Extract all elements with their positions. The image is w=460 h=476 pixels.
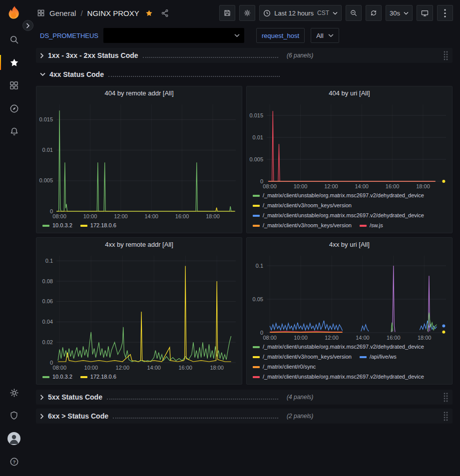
panel-title[interactable]: 4xx by remote addr [All] (36, 238, 242, 251)
legend-item[interactable]: /_matrix/client/v3/room_keys/version (253, 352, 352, 362)
toolbar: Last 12 hours CST 30s (219, 5, 453, 21)
panel-title[interactable]: 404 by remote addr [All] (36, 86, 242, 100)
time-range-picker[interactable]: Last 12 hours CST (259, 5, 342, 21)
legend-item[interactable]: /_matrix/client/unstable/org.matrix.msc2… (253, 211, 424, 220)
chart-canvas: 00.0050.010.01508:0010:0012:0014:0016:00… (247, 100, 452, 190)
breadcrumb-separator: / (80, 9, 82, 17)
legend-item[interactable]: /_matrix/client/v3/room_keys/version (253, 221, 352, 230)
legend-item[interactable]: 172.18.0.6 (80, 221, 116, 230)
legend-item[interactable]: /sw.js (360, 221, 383, 230)
sidebar-item-profile[interactable] (0, 427, 28, 450)
svg-text:16:00: 16:00 (178, 365, 192, 371)
row-title[interactable]: 1xx - 3xx - 2xx Status Code (48, 51, 138, 59)
legend-item[interactable]: /api/live/ws (360, 352, 397, 362)
time-series-chart[interactable]: 00.0050.010.01508:0010:0012:0014:0016:00… (36, 100, 242, 220)
legend-series-label: /_matrix/client/unstable/org.matrix.msc2… (263, 191, 424, 200)
svg-text:0.04: 0.04 (42, 319, 53, 325)
search-icon (9, 34, 19, 45)
grafana-logo-icon[interactable] (5, 5, 23, 23)
svg-text:0.01: 0.01 (253, 134, 263, 140)
svg-text:08:00: 08:00 (263, 335, 277, 341)
sidebar-item-dashboards[interactable] (0, 74, 28, 97)
kebab-icon (444, 9, 446, 17)
sidebar-bottom-group: ? (0, 381, 28, 476)
svg-text:0.01: 0.01 (42, 147, 53, 153)
chevron-down-icon (328, 33, 334, 37)
panel-404-by-remote-addr: 404 by remote addr [All] 00.0050.010.015… (36, 86, 242, 233)
favorite-star-icon[interactable] (145, 9, 153, 17)
svg-text:0.08: 0.08 (42, 278, 53, 284)
panel-title[interactable]: 4xx by uri [All] (247, 238, 452, 251)
svg-text:18:00: 18:00 (206, 213, 220, 219)
sidebar-item-search[interactable] (0, 28, 28, 51)
dashboard-title[interactable]: NGINX PROXY (87, 9, 139, 17)
chevron-down-icon (40, 72, 45, 76)
sidebar-item-configuration[interactable] (0, 381, 28, 404)
time-series-chart[interactable]: 00.0050.010.01508:0010:0012:0014:0016:00… (247, 100, 452, 190)
drag-handle-icon[interactable] (443, 50, 449, 60)
zoom-out-button[interactable] (346, 5, 362, 21)
legend-item[interactable]: /_matrix/client/unstable/org.matrix.msc2… (253, 372, 424, 382)
legend-item[interactable]: 10.0.3.2 (42, 221, 72, 230)
chevron-down-icon (234, 33, 240, 37)
save-dashboard-button[interactable] (219, 5, 235, 21)
more-options-button[interactable] (437, 5, 453, 21)
legend-series-label: /sw.js (370, 221, 383, 230)
legend-item[interactable]: /_matrix/client/r0/sync (253, 362, 316, 372)
row-title[interactable]: 4xx Status Code (49, 70, 104, 78)
refresh-interval-label: 30s (390, 9, 400, 17)
share-icon[interactable] (161, 9, 169, 17)
top-navbar: General / NGINX PROXY Last 12 hours CST (28, 0, 460, 26)
cycle-view-button[interactable] (417, 5, 433, 21)
svg-text:0.05: 0.05 (253, 296, 263, 302)
legend-series-marker (80, 225, 87, 227)
svg-text:10:00: 10:00 (83, 213, 97, 219)
row-panel-count: (4 panels) (287, 394, 313, 401)
svg-text:0.06: 0.06 (42, 298, 53, 304)
legend-item[interactable]: /_matrix/client/unstable/org.matrix.msc2… (253, 342, 424, 352)
row-title[interactable]: 6xx > Status Code (48, 412, 108, 420)
svg-text:0.005: 0.005 (39, 177, 53, 183)
dashboard-row-5xx[interactable]: 5xx Status Code (4 panels) (36, 390, 453, 405)
legend-series-marker (253, 376, 260, 378)
datasource-variable-label[interactable]: DS_PROMETHEUS (40, 32, 98, 39)
user-silhouette-icon (7, 432, 20, 445)
svg-text:12:00: 12:00 (114, 213, 128, 219)
time-series-chart[interactable]: 00.020.040.060.080.108:0010:0012:0014:00… (36, 251, 242, 372)
sidebar-item-help[interactable]: ? (0, 450, 28, 473)
panel-title[interactable]: 404 by uri [All] (247, 86, 452, 100)
row-dotted-leader (113, 418, 278, 419)
main-area: General / NGINX PROXY Last 12 hours CST (28, 0, 460, 476)
svg-text:16:00: 16:00 (387, 335, 401, 341)
refresh-button[interactable] (366, 5, 382, 21)
datasource-variable-dropdown[interactable] (103, 28, 244, 43)
dashboard-row-4xx[interactable]: 4xx Status Code (36, 67, 453, 82)
drag-handle-icon[interactable] (443, 411, 449, 421)
sidebar-item-alerting[interactable] (0, 120, 28, 143)
svg-text:12:00: 12:00 (325, 335, 339, 341)
legend-item[interactable]: 172.18.0.6 (80, 372, 116, 382)
sidebar-item-starred[interactable] (0, 51, 28, 74)
legend-item[interactable]: /_matrix/client/unstable/org.matrix.msc2… (253, 191, 424, 200)
chevron-right-icon (40, 395, 44, 400)
sidebar-item-server-admin[interactable] (0, 404, 28, 427)
svg-text:10:00: 10:00 (294, 335, 308, 341)
request-host-variable-dropdown[interactable]: All (311, 28, 339, 43)
time-series-chart[interactable]: 00.050.108:0010:0012:0014:0016:0018:00 (247, 251, 452, 342)
row-title[interactable]: 5xx Status Code (48, 393, 102, 401)
dashboard-row-6xx[interactable]: 6xx > Status Code (2 panels) (36, 409, 453, 424)
svg-text:16:00: 16:00 (386, 183, 400, 189)
legend-item[interactable]: /_matrix/client/v3/room_keys/version (253, 201, 352, 210)
drag-handle-icon[interactable] (443, 392, 449, 402)
gear-icon (9, 388, 19, 398)
clock-icon (263, 9, 271, 17)
request-host-variable-label[interactable]: request_host (256, 28, 305, 43)
chart-canvas: 00.0050.010.01508:0010:0012:0014:0016:00… (36, 100, 242, 220)
dashboard-settings-button[interactable] (239, 5, 255, 21)
breadcrumb-folder[interactable]: General (49, 9, 76, 17)
legend-item[interactable]: 10.0.3.2 (42, 372, 72, 382)
expand-sidebar-button[interactable] (22, 20, 33, 31)
sidebar-item-explore[interactable] (0, 97, 28, 120)
dashboard-row-1xx-3xx-2xx[interactable]: 1xx - 3xx - 2xx Status Code (6 panels) (36, 48, 453, 63)
refresh-interval-dropdown[interactable]: 30s (386, 5, 413, 21)
